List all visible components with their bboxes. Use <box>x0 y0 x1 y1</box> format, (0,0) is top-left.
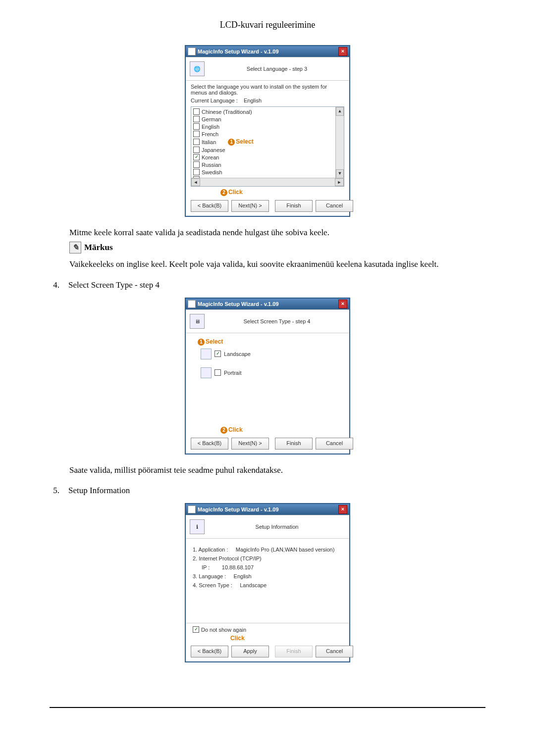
language-label: Japanese <box>202 147 225 153</box>
monitor-icon: 🖥 <box>190 314 205 329</box>
language-checkbox[interactable] <box>193 108 200 115</box>
info-app-value: MagicInfo Pro (LAN,WAN based version) <box>236 547 335 553</box>
step-title: Select Language - step 3 <box>209 66 345 72</box>
language-label: German <box>202 116 221 122</box>
list-text: Setup Information <box>68 486 130 496</box>
scroll-down-icon[interactable]: ▼ <box>336 169 344 178</box>
next-button[interactable]: Next(N) > <box>231 438 269 450</box>
app-icon <box>188 48 196 55</box>
list-number: 5. <box>50 486 59 496</box>
portrait-icon <box>201 367 212 378</box>
language-label: Korean <box>202 154 219 160</box>
info-app-label: 1. Application : <box>193 547 228 553</box>
list-number: 4. <box>50 280 59 290</box>
current-lang-value: English <box>244 98 262 103</box>
horizontal-scrollbar[interactable]: ◄ ► <box>191 178 344 186</box>
close-icon[interactable]: × <box>338 47 347 56</box>
finish-button[interactable]: Finish <box>275 200 313 212</box>
titlebar: MagicInfo Setup Wizard - v.1.09 × <box>186 504 349 515</box>
language-option[interactable]: Swedish <box>193 168 342 176</box>
vertical-scrollbar[interactable]: ▲ ▼ <box>335 107 344 178</box>
scroll-right-icon[interactable]: ► <box>335 178 344 186</box>
back-button[interactable]: < Back(B) <box>191 200 228 212</box>
window-title: MagicInfo Setup Wizard - v.1.09 <box>198 301 279 307</box>
language-label: English <box>202 124 219 130</box>
language-label: French <box>202 131 218 137</box>
annotation-click: Click <box>230 635 245 642</box>
step-title: Select Screen Type - step 4 <box>209 318 345 324</box>
paragraph: Mitme keele korral saate valida ja seadi… <box>69 227 485 239</box>
language-label: Russian <box>202 162 221 168</box>
language-option[interactable]: English <box>193 123 342 130</box>
window-title: MagicInfo Setup Wizard - v.1.09 <box>198 506 279 512</box>
language-checkbox[interactable] <box>193 147 200 153</box>
window-title: MagicInfo Setup Wizard - v.1.09 <box>198 49 279 54</box>
language-label: Italian <box>202 139 216 145</box>
back-button[interactable]: < Back(B) <box>191 438 228 450</box>
info-icon: ℹ <box>190 519 205 534</box>
paragraph: Saate valida, millist pööramist teie sea… <box>69 464 485 476</box>
note-label: Märkus <box>84 243 113 252</box>
cancel-button[interactable]: Cancel <box>316 646 353 657</box>
instruction-text: Select the language you want to install … <box>186 81 349 97</box>
scroll-left-icon[interactable]: ◄ <box>191 178 200 186</box>
info-screentype-label: 4. Screen Type : <box>193 582 232 588</box>
info-tcpip-label: 2. Internet Protocol (TCP/IP) <box>193 555 342 561</box>
app-icon <box>188 505 196 513</box>
annotation-click: 2Click <box>220 189 243 196</box>
back-button[interactable]: < Back(B) <box>191 646 228 657</box>
info-lang-label: 3. Language : <box>193 573 226 579</box>
list-text: Select Screen Type - step 4 <box>68 280 160 290</box>
landscape-checkbox[interactable]: ✓ <box>214 351 221 357</box>
current-lang-label: Current Language : <box>191 98 238 103</box>
step-title: Setup Information <box>209 524 345 530</box>
landscape-label: Landscape <box>224 351 251 357</box>
language-checkbox[interactable] <box>193 131 200 137</box>
language-checkbox[interactable] <box>193 116 200 122</box>
language-option[interactable]: French <box>193 130 342 138</box>
finish-button[interactable]: Finish <box>275 438 313 450</box>
globe-icon: 🌐 <box>190 61 205 76</box>
close-icon[interactable]: × <box>338 300 347 308</box>
language-listbox[interactable]: Chinese (Traditional)GermanEnglishFrench… <box>191 106 344 187</box>
language-option[interactable]: ✓Korean <box>193 153 342 161</box>
annotation-click: 2Click <box>220 426 243 433</box>
note-icon: ✎ <box>69 242 81 253</box>
info-ip-label: IP : <box>202 564 210 570</box>
titlebar: MagicInfo Setup Wizard - v.1.09 × <box>186 46 349 57</box>
language-option[interactable]: German <box>193 115 342 123</box>
next-button[interactable]: Next(N) > <box>231 200 269 212</box>
close-icon[interactable]: × <box>338 505 347 514</box>
page-title: LCD-kuvari reguleerimine <box>50 20 485 30</box>
info-ip-value: 10.88.68.107 <box>222 564 254 570</box>
finish-button: Finish <box>275 646 313 657</box>
language-option[interactable]: Chinese (Traditional) <box>193 108 342 115</box>
page-footer-rule <box>50 707 485 708</box>
portrait-checkbox[interactable] <box>214 369 221 376</box>
language-option[interactable]: Italian1Select <box>193 138 342 146</box>
wizard-dialog-step3: MagicInfo Setup Wizard - v.1.09 × 🌐 Sele… <box>185 45 350 217</box>
language-checkbox[interactable] <box>193 139 200 145</box>
current-language-row: Current Language : English <box>186 97 349 106</box>
language-checkbox[interactable]: ✓ <box>193 154 200 160</box>
wizard-dialog-step4: MagicInfo Setup Wizard - v.1.09 × 🖥 Sele… <box>185 298 350 454</box>
annotation-select: 1Select <box>228 138 253 146</box>
titlebar: MagicInfo Setup Wizard - v.1.09 × <box>186 299 349 309</box>
info-screentype-value: Landscape <box>240 582 267 588</box>
landscape-icon <box>201 349 212 359</box>
wizard-dialog-setup-info: MagicInfo Setup Wizard - v.1.09 × ℹ Setu… <box>185 503 350 662</box>
paragraph: Vaikekeeleks on inglise keel. Keelt pole… <box>69 258 485 270</box>
language-option[interactable]: Russian <box>193 161 342 168</box>
scroll-up-icon[interactable]: ▲ <box>336 107 344 116</box>
apply-button[interactable]: Apply <box>231 646 269 657</box>
do-not-show-checkbox[interactable]: ✓ <box>193 626 199 633</box>
language-label: Chinese (Traditional) <box>202 109 252 115</box>
language-checkbox[interactable] <box>193 161 200 168</box>
cancel-button[interactable]: Cancel <box>316 200 353 212</box>
annotation-select: 1Select <box>198 338 223 345</box>
cancel-button[interactable]: Cancel <box>316 438 353 450</box>
language-checkbox[interactable] <box>193 123 200 130</box>
portrait-label: Portrait <box>224 370 241 376</box>
language-option[interactable]: Japanese <box>193 146 342 153</box>
language-checkbox[interactable] <box>193 169 200 175</box>
